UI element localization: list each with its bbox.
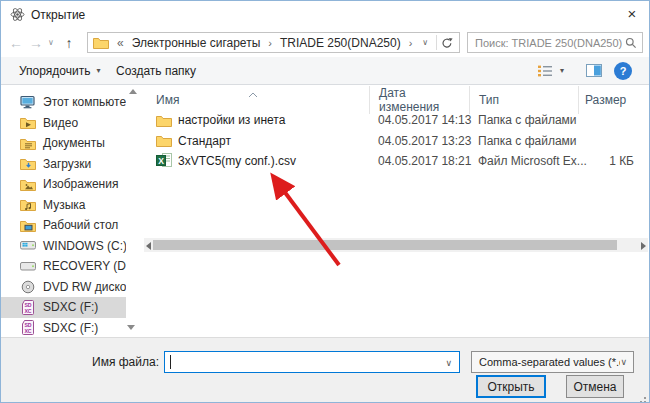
column-header[interactable]: Тип <box>469 86 578 114</box>
sidebar-item[interactable]: Рабочий стол <box>1 215 126 236</box>
breadcrumb-segment[interactable]: TRIADE 250(DNA250) <box>280 36 401 50</box>
column-header-label: Размер <box>585 93 626 107</box>
sidebar-item[interactable]: Загрузки <box>1 154 126 175</box>
breadcrumb-separator-icon: › <box>409 37 413 49</box>
address-bar[interactable]: « Электронные сигареты › TRIADE 250(DNA2… <box>87 32 460 53</box>
sidebar-item[interactable]: RECOVERY (D:) <box>1 256 126 277</box>
file-list: ИмяДата измененияТипРазмер настройки из … <box>144 86 648 337</box>
preview-pane-button[interactable] <box>586 57 602 84</box>
breadcrumb-overflow-icon[interactable]: « <box>117 36 124 50</box>
sidebar-item-label: Документы <box>43 136 105 150</box>
preview-pane-icon <box>586 64 602 77</box>
sidebar-item[interactable]: SDXCSDXC (F:) <box>1 297 126 318</box>
sidebar-item[interactable]: DVD RW дисков <box>1 277 126 298</box>
sidebar-scroll-up-icon[interactable] <box>129 89 137 94</box>
column-header[interactable]: Дата изменения <box>369 86 469 114</box>
sidebar-item[interactable]: Изображения <box>1 174 126 195</box>
breadcrumb-segment[interactable]: Электронные сигареты <box>132 36 261 50</box>
file-row[interactable]: Стандарт04.05.2017 13:23Папка с файлами <box>144 130 648 150</box>
command-toolbar: Упорядочить ▾ Создать папку ▾ ? <box>1 57 649 85</box>
file-row[interactable]: настройки из инета04.05.2017 14:13Папка … <box>144 110 648 130</box>
filetype-value: Comma-separated values (*.csv <box>472 356 620 368</box>
file-rows: настройки из инета04.05.2017 14:13Папка … <box>144 110 648 171</box>
sidebar-item-label: Рабочий стол <box>43 218 118 232</box>
column-header-label: Дата изменения <box>379 86 469 114</box>
sidebar-item[interactable]: Видео <box>1 113 126 134</box>
close-icon[interactable]: × <box>619 3 645 24</box>
organize-label: Упорядочить <box>19 64 90 78</box>
column-header-label: Тип <box>479 93 499 107</box>
organize-button[interactable]: Упорядочить ▾ <box>19 57 100 84</box>
breadcrumb-separator-icon: › <box>268 37 272 49</box>
filetype-select[interactable]: Comma-separated values (*.csv ∨ <box>471 351 634 373</box>
file-name: Стандарт <box>178 134 231 148</box>
scrollbar-thumb[interactable] <box>153 240 617 250</box>
filetype-dropdown-icon: ∨ <box>620 357 627 367</box>
navigation-pane: Этот компьютерВидеоДокументыЗагрузкиИзоб… <box>1 86 126 337</box>
sidebar-item[interactable]: SDXCSDXC (F:) <box>1 318 126 338</box>
up-icon[interactable]: ↑ <box>59 32 79 53</box>
search-input[interactable]: Поиск: TRIADE 250(DNA250) <box>467 32 643 53</box>
organize-dropdown-icon: ▾ <box>96 66 100 75</box>
forward-icon[interactable]: → <box>27 32 45 53</box>
file-date: 04.05.2017 18:21 <box>369 154 469 168</box>
file-date: 04.05.2017 14:13 <box>369 113 469 127</box>
column-header-label: Имя <box>156 93 179 107</box>
open-file-dialog: Открытие × ← → ∨ ↑ « Электронные сигарет… <box>0 0 650 403</box>
sidebar-item-label: RECOVERY (D:) <box>43 259 126 273</box>
filename-dropdown-icon[interactable]: ∨ <box>445 358 452 368</box>
sd-card-icon: SDXC <box>20 320 36 336</box>
details-view-icon <box>537 64 554 78</box>
svg-text:X: X <box>158 156 164 166</box>
sidebar-item-label: Этот компьютер <box>43 95 126 109</box>
file-date: 04.05.2017 13:23 <box>369 134 469 148</box>
sidebar-item-label: Музыка <box>43 198 85 212</box>
sidebar-scroll-down-icon[interactable] <box>127 325 135 330</box>
column-headers: ИмяДата измененияТипРазмер <box>144 86 648 110</box>
sidebar-item[interactable]: Этот компьютер <box>1 92 126 113</box>
pictures-folder-icon <box>20 176 36 192</box>
horizontal-scrollbar[interactable] <box>144 238 648 252</box>
search-placeholder: Поиск: TRIADE 250(DNA250) <box>468 37 623 49</box>
help-button[interactable]: ? <box>614 62 632 80</box>
sidebar-item-label: Изображения <box>43 177 118 191</box>
address-bar-divider <box>436 35 437 50</box>
folder-icon <box>156 133 172 149</box>
column-header[interactable]: Размер <box>578 86 648 114</box>
back-icon[interactable]: ← <box>7 32 25 53</box>
sidebar-item-label: Видео <box>43 116 78 130</box>
new-folder-label: Создать папку <box>116 64 196 78</box>
windows-drive-icon <box>20 238 36 254</box>
resize-grip[interactable] <box>644 397 646 399</box>
folder-icon <box>93 35 109 51</box>
title-bar: Открытие × <box>1 1 649 28</box>
view-dropdown-icon: ▾ <box>560 66 564 75</box>
sidebar-item[interactable]: Документы <box>1 133 126 154</box>
sidebar-item-label: Загрузки <box>43 157 91 171</box>
file-type: Папка с файлами <box>469 134 578 148</box>
filename-label: Имя файла: <box>41 355 159 369</box>
file-row[interactable]: X3xVTC5(my conf.).csv04.05.2017 18:21Фай… <box>144 151 648 171</box>
new-folder-button[interactable]: Создать папку <box>116 57 196 84</box>
dialog-footer: Имя файла: ∨ Comma-separated values (*.c… <box>1 337 649 402</box>
downloads-folder-icon <box>20 156 36 172</box>
search-icon[interactable] <box>623 35 639 51</box>
sidebar-item-label: DVD RW дисков <box>43 280 126 294</box>
scroll-right-icon[interactable] <box>641 242 646 250</box>
sidebar-item-label: SDXC (F:) <box>43 321 98 335</box>
refresh-icon[interactable] <box>439 35 455 51</box>
address-dropdown-chevron-icon[interactable]: ∨ <box>422 38 428 47</box>
sidebar-item-label: WINDOWS (C:) <box>43 239 126 253</box>
svg-text:XC: XC <box>24 308 31 314</box>
filename-input[interactable]: ∨ <box>164 351 460 373</box>
scroll-left-icon[interactable] <box>146 242 151 250</box>
file-name: 3xVTC5(my conf.).csv <box>178 154 296 168</box>
sort-ascending-icon[interactable] <box>248 87 258 101</box>
sidebar-item[interactable]: WINDOWS (C:) <box>1 236 126 257</box>
sidebar-item[interactable]: Музыка <box>1 195 126 216</box>
change-view-button[interactable]: ▾ <box>537 57 564 84</box>
recent-locations-chevron-icon[interactable]: ∨ <box>45 32 57 53</box>
cancel-button[interactable]: Отмена <box>566 375 624 398</box>
window-title: Открытие <box>31 8 85 22</box>
open-button[interactable]: Открыть <box>476 375 546 398</box>
